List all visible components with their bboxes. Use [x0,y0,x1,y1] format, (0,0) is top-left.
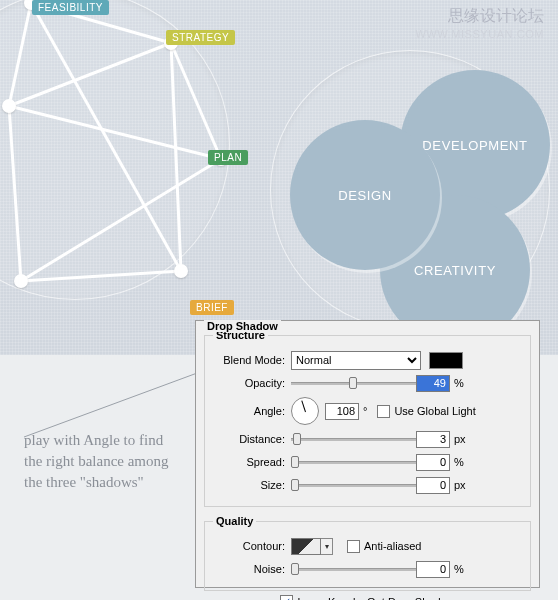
design-canvas-upper: 思缘设计论坛 WWW.MISSYUAN.COM DEVEL [0,0,558,355]
blend-mode-label: Blend Mode: [213,354,285,366]
size-input[interactable] [416,477,450,494]
tag-plan: PLAN [208,150,248,165]
network-node [14,274,28,288]
global-light-label: Use Global Light [394,405,475,417]
layer-knockout-checkbox[interactable] [280,595,293,600]
spread-input[interactable] [416,454,450,471]
antialiased-checkbox[interactable] [347,540,360,553]
quality-legend: Quality [213,515,256,527]
antialiased-label: Anti-aliased [364,540,421,552]
noise-input[interactable] [416,561,450,578]
global-light-checkbox[interactable] [377,405,390,418]
distance-unit: px [454,433,466,445]
layer-knockout-label: Layer Knocks Out Drop Shadow [297,596,454,601]
svg-line-9 [21,271,181,281]
network-lines [0,0,231,301]
distance-slider[interactable] [291,436,416,442]
network-node [2,99,16,113]
angle-dial[interactable] [291,397,319,425]
svg-line-3 [9,43,171,106]
quality-group: Quality Contour: ▾ Anti-aliased Noise: % [204,515,531,591]
distance-label: Distance: [213,433,285,445]
distance-input[interactable] [416,431,450,448]
angle-unit: ° [363,405,367,417]
contour-label: Contour: [213,540,285,552]
contour-dropdown-icon[interactable]: ▾ [321,538,333,555]
contour-swatch[interactable] [291,538,321,555]
opacity-input[interactable] [416,375,450,392]
network-node [174,264,188,278]
spread-label: Spread: [213,456,285,468]
svg-line-5 [171,43,221,159]
angle-label: Angle: [213,405,285,417]
structure-group: Structure Blend Mode: Normal Opacity: % … [204,329,531,507]
tag-strategy: STRATEGY [166,30,235,45]
size-slider[interactable] [291,482,416,488]
venn-design: DESIGN [290,120,440,270]
svg-line-7 [9,106,21,281]
watermark-en: WWW.MISSYUAN.COM [415,28,544,40]
drop-shadow-panel: Drop Shadow Structure Blend Mode: Normal… [195,320,540,588]
svg-line-8 [21,159,221,281]
watermark-cn: 思缘设计论坛 [448,6,544,27]
spread-unit: % [454,456,464,468]
size-unit: px [454,479,466,491]
annotation-text: play with Angle to find the right balanc… [24,430,174,493]
svg-line-4 [171,43,181,271]
opacity-label: Opacity: [213,377,285,389]
spread-slider[interactable] [291,459,416,465]
tag-brief: BRIEF [190,300,234,315]
noise-label: Noise: [213,563,285,575]
blend-mode-select[interactable]: Normal [291,351,421,370]
opacity-unit: % [454,377,464,389]
angle-input[interactable] [325,403,359,420]
tag-feasibility: FEASIBILITY [32,0,109,15]
size-label: Size: [213,479,285,491]
network-circle [0,0,230,300]
noise-slider[interactable] [291,566,416,572]
shadow-color-swatch[interactable] [429,352,463,369]
noise-unit: % [454,563,464,575]
opacity-slider[interactable] [291,380,416,386]
panel-title: Drop Shadow [204,320,281,332]
svg-line-1 [9,3,31,106]
